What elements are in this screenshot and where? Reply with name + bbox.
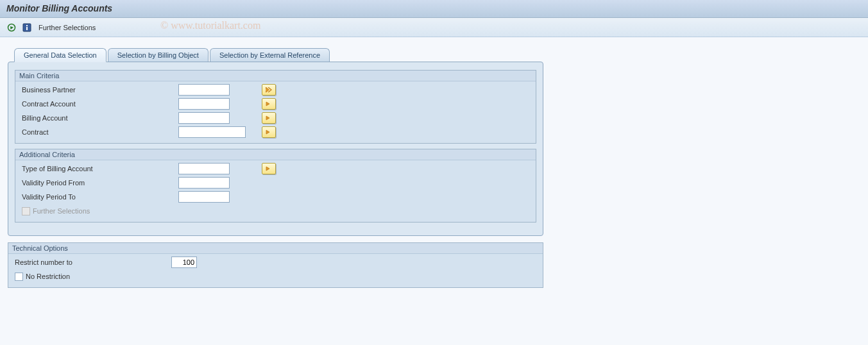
group-technical-options: Technical Options Restrict number to No …: [8, 242, 543, 288]
input-validity-to[interactable]: [178, 191, 230, 203]
row-type-billing-account: Type of Billing Account: [15, 162, 536, 176]
label-no-restriction: No Restriction: [26, 273, 70, 280]
row-billing-account: Billing Account: [15, 111, 536, 125]
checkbox-no-restriction[interactable]: [15, 273, 23, 281]
page-header: Monitor Billing Accounts: [0, 0, 868, 18]
row-contract-account: Contract Account: [15, 97, 536, 111]
info-icon[interactable]: [21, 21, 33, 34]
group-main-criteria: Main Criteria Business Partner Contract …: [15, 70, 536, 144]
further-selections-link[interactable]: Further Selections: [38, 24, 96, 31]
tab-selection-by-external-reference[interactable]: Selection by External Reference: [210, 48, 330, 62]
row-business-partner: Business Partner: [15, 83, 536, 97]
row-validity-to: Validity Period To: [15, 190, 536, 204]
group-title-additional: Additional Criteria: [15, 149, 536, 160]
input-contract-account[interactable]: [178, 98, 230, 110]
label-further-selections-check: Further Selections: [33, 207, 90, 215]
group-title-technical: Technical Options: [8, 243, 543, 254]
multi-select-type-billing[interactable]: [262, 163, 276, 174]
row-validity-from: Validity Period From: [15, 176, 536, 190]
row-further-selections-check: Further Selections: [15, 204, 536, 218]
input-type-billing-account[interactable]: [178, 163, 230, 174]
tab-selection-by-billing-object[interactable]: Selection by Billing Object: [108, 48, 208, 62]
checkbox-further-selections: [22, 207, 30, 215]
label-contract-account: Contract Account: [18, 100, 178, 108]
page-title: Monitor Billing Accounts: [6, 3, 112, 13]
execute-icon[interactable]: [5, 21, 18, 34]
label-billing-account: Billing Account: [18, 114, 178, 122]
input-contract[interactable]: [178, 126, 246, 138]
toolbar: Further Selections © www.tutorialkart.co…: [0, 18, 868, 37]
label-restrict-number: Restrict number to: [11, 258, 171, 266]
svg-rect-3: [26, 27, 28, 30]
label-contract: Contract: [18, 128, 178, 136]
row-no-restriction: No Restriction: [8, 269, 543, 283]
row-contract: Contract: [15, 125, 536, 139]
tabstrip: General Data Selection Selection by Bill…: [14, 47, 543, 62]
multi-select-contract[interactable]: [262, 126, 276, 138]
input-restrict-number[interactable]: [171, 257, 197, 268]
tab-panel: Main Criteria Business Partner Contract …: [8, 62, 543, 236]
label-validity-to: Validity Period To: [18, 193, 178, 201]
watermark-text: © www.tutorialkart.com: [160, 20, 260, 31]
input-business-partner[interactable]: [178, 84, 230, 96]
row-restrict-number: Restrict number to: [8, 255, 543, 269]
tab-container: General Data Selection Selection by Bill…: [8, 47, 543, 236]
group-additional-criteria: Additional Criteria Type of Billing Acco…: [15, 149, 536, 223]
svg-rect-2: [26, 25, 28, 26]
tab-general-data-selection[interactable]: General Data Selection: [14, 48, 106, 62]
label-business-partner: Business Partner: [18, 86, 178, 94]
content-area: General Data Selection Selection by Bill…: [0, 37, 868, 296]
multi-select-billing-account[interactable]: [262, 112, 276, 124]
label-validity-from: Validity Period From: [18, 179, 178, 187]
group-title-main: Main Criteria: [15, 71, 536, 81]
input-billing-account[interactable]: [178, 112, 230, 124]
multi-select-business-partner[interactable]: [262, 84, 276, 96]
input-validity-from[interactable]: [178, 177, 230, 189]
label-type-billing-account: Type of Billing Account: [18, 165, 178, 172]
multi-select-contract-account[interactable]: [262, 98, 276, 110]
